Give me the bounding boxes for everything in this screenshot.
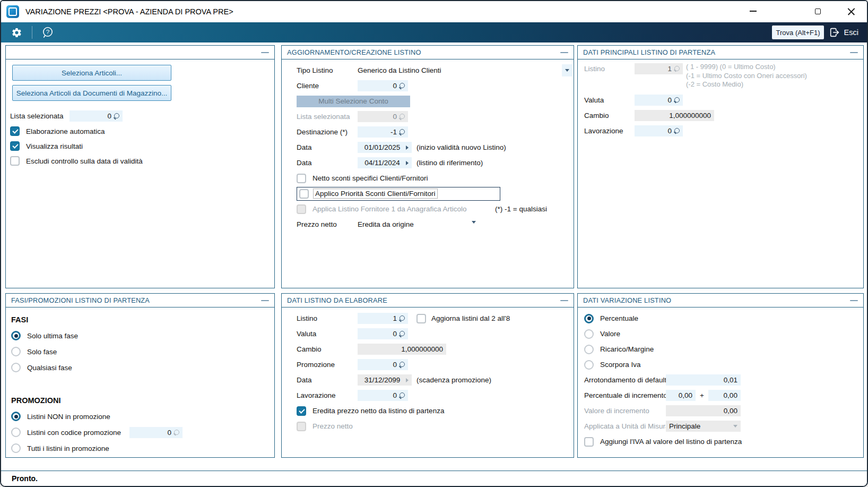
chevron-down-icon	[472, 221, 476, 232]
panel-dati-listino-da-elaborare: DATI LISTINO DA ELABORARE Listino 1 Aggi…	[281, 293, 574, 458]
lavorazione-input[interactable]: 0	[358, 390, 408, 401]
lavorazione-label: Lavorazione	[297, 391, 358, 399]
svg-text:?: ?	[46, 29, 49, 35]
collapse-icon[interactable]	[850, 52, 858, 53]
tutti-listini-promozione-radio[interactable]	[11, 443, 21, 453]
listino-hint-1: ( 1 - 9999) (0 = Ultimo Costo)	[686, 63, 807, 72]
search-icon[interactable]	[399, 331, 405, 337]
cambio-label: Cambio	[584, 112, 635, 119]
seleziona-articoli-button[interactable]: Seleziona Articoli...	[12, 65, 171, 81]
search-icon[interactable]	[674, 97, 680, 103]
lavorazione-input[interactable]: 0	[635, 125, 683, 136]
valuta-input[interactable]: 0	[635, 95, 683, 106]
seleziona-articoli-magazzino-button[interactable]: Seleziona Articoli da Documenti di Magaz…	[12, 85, 171, 101]
cliente-input[interactable]: 0	[358, 80, 408, 91]
gear-icon	[11, 27, 22, 38]
calendar-arrow-icon[interactable]	[406, 161, 409, 165]
search-icon[interactable]	[173, 430, 179, 435]
netto-sconti-checkbox[interactable]	[297, 174, 306, 183]
visualizza-risultati-label: Visualizza risultati	[26, 142, 83, 150]
valore-incremento-label: Valore di incremento	[584, 407, 666, 415]
visualizza-risultati-checkbox[interactable]	[10, 141, 20, 151]
percentuale-radio[interactable]	[584, 314, 594, 323]
app-icon	[6, 5, 19, 18]
promozioni-header: PROMOZIONI	[11, 396, 60, 405]
valore-incremento-field: 0,00	[666, 405, 741, 416]
help-button[interactable]: ?	[40, 25, 55, 40]
valuta-input[interactable]: 0	[358, 328, 408, 339]
listini-codice-promozione-label: Listini con codice promozione	[27, 429, 121, 437]
solo-fase-label: Solo fase	[27, 348, 57, 356]
solo-ultima-fase-radio[interactable]	[11, 331, 21, 340]
collapse-icon[interactable]	[560, 52, 568, 53]
chevron-down-icon	[565, 69, 569, 72]
collapse-icon[interactable]	[261, 52, 269, 53]
esci-button[interactable]: Esci	[829, 25, 858, 40]
panel-selezione-articoli: Seleziona Articoli... Seleziona Articoli…	[5, 45, 275, 288]
collapse-icon[interactable]	[850, 300, 858, 301]
data-inizio-input[interactable]: 01/01/2025	[358, 142, 412, 153]
escludi-controllo-checkbox[interactable]	[10, 156, 20, 166]
percentuale-incremento-input-2[interactable]: 0,00	[708, 390, 741, 401]
data-riferimento-note: (listino di riferimento)	[416, 159, 483, 167]
data-riferimento-input[interactable]: 04/11/2024	[358, 157, 412, 168]
valuta-label: Valuta	[297, 330, 358, 338]
listino-label: Listino	[584, 65, 635, 73]
calendar-arrow-icon[interactable]	[406, 146, 409, 150]
listino-input[interactable]: 1	[358, 313, 408, 324]
tipo-listino-dropdown-button[interactable]	[562, 64, 572, 76]
toolbar: ? Trova (Alt+F1) Esci	[1, 22, 867, 42]
settings-button[interactable]	[9, 25, 24, 40]
codice-promozione-input[interactable]: 0	[129, 427, 183, 438]
destinazione-hint: (*) -1 = qualsiasi	[495, 205, 547, 213]
aggiorna-listini-checkbox[interactable]	[416, 314, 426, 323]
maximize-button[interactable]	[805, 1, 830, 21]
close-button[interactable]	[839, 1, 863, 21]
prezzo-netto-value[interactable]: Eredita da origine	[358, 220, 414, 228]
valore-radio[interactable]	[584, 329, 594, 339]
minimize-button[interactable]	[741, 1, 765, 21]
ricarico-margine-radio[interactable]	[584, 345, 594, 354]
panel-dati-variazione-listino: DATI VARIAZIONE LISTINO Percentuale Valo…	[577, 293, 864, 458]
search-icon[interactable]	[399, 362, 405, 368]
listini-non-promozione-radio[interactable]	[11, 412, 21, 421]
elaborazione-automatica-checkbox[interactable]	[10, 126, 20, 136]
promozione-input[interactable]: 0	[358, 359, 408, 370]
ricarico-margine-label: Ricarico/Margine	[600, 345, 654, 353]
collapse-icon[interactable]	[560, 300, 568, 301]
data-inizio-label: Data	[297, 143, 358, 151]
applico-priorita-checkbox[interactable]	[299, 189, 309, 199]
escludi-controllo-label: Escludi controllo sulla data di validità	[26, 157, 143, 165]
aggiungi-iva-label: Aggiungi l'IVA al valore del listino di …	[600, 438, 742, 446]
promozione-label: Promozione	[297, 361, 358, 369]
cambio-label: Cambio	[297, 345, 358, 353]
multi-selezione-conto-button[interactable]: Multi Selezione Conto	[297, 96, 410, 107]
eredita-prezzo-netto-checkbox[interactable]	[297, 406, 306, 416]
arrotondamento-input[interactable]: 0,01	[666, 374, 741, 386]
search-icon[interactable]	[114, 113, 119, 119]
search-icon[interactable]	[399, 392, 405, 398]
qualsiasi-fase-radio[interactable]	[11, 363, 21, 372]
destinazione-input[interactable]: -1	[358, 126, 408, 138]
trova-button[interactable]: Trova (Alt+F1)	[772, 25, 824, 39]
collapse-icon[interactable]	[261, 300, 269, 301]
search-icon[interactable]	[399, 83, 405, 89]
data-inizio-note: (inizio validità nuovo Listino)	[416, 143, 506, 151]
aggiungi-iva-checkbox[interactable]	[584, 437, 594, 447]
listini-codice-promozione-radio[interactable]	[11, 428, 21, 437]
prezzo-netto-dropdown-button[interactable]	[472, 224, 476, 232]
search-icon[interactable]	[399, 129, 405, 135]
search-icon[interactable]	[399, 315, 405, 321]
listino-hint-2: (-1 = Ultimo Costo con Oneri accessori)	[686, 72, 807, 81]
listino-hints: ( 1 - 9999) (0 = Ultimo Costo) (-1 = Ult…	[686, 63, 807, 89]
lista-selezionata-input[interactable]: 0	[70, 110, 123, 122]
search-icon[interactable]	[674, 128, 680, 134]
percentuale-incremento-input-1[interactable]: 0,00	[666, 390, 696, 401]
prezzo-netto-label: Prezzo netto	[297, 220, 358, 228]
data-scadenza-label: Data	[297, 376, 358, 384]
tipo-listino-value[interactable]: Generico da Listino Clienti	[358, 66, 441, 74]
solo-fase-radio[interactable]	[11, 347, 21, 356]
tutti-listini-promozione-label: Tutti i listini in promozione	[27, 445, 109, 452]
close-icon	[847, 7, 855, 15]
scorpora-iva-radio[interactable]	[584, 360, 594, 370]
